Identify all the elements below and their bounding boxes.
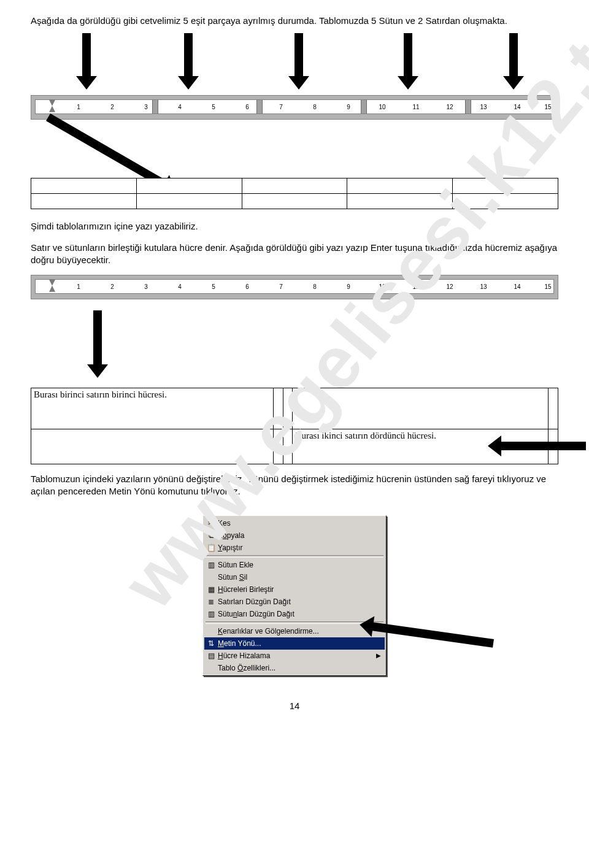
table-cell: Burası birinci satırın birinci hücresi. (31, 388, 274, 429)
paragraph-1: Aşağıda da görüldüğü gibi cetvelimiz 5 e… (31, 15, 558, 27)
ruler-tick: 10 (379, 280, 385, 293)
ruler-tick: 9 (345, 280, 352, 293)
ruler-tick: 15 (545, 100, 551, 113)
cell-alignment-icon: ▤ (204, 651, 218, 660)
ruler-tick: 11 (413, 280, 419, 293)
indent-marker-icon: ▾▴ (49, 99, 55, 111)
arrow-left-icon (500, 442, 586, 450)
ruler-tick: 1 (75, 100, 82, 113)
arrow-left-icon (371, 622, 494, 648)
ruler-tick: 9 (345, 100, 352, 113)
ruler-tick: 6 (244, 280, 250, 293)
distribute-rows-icon: ≣ (204, 597, 218, 606)
menu-item-text-direction[interactable]: ⇅ Metin Yönü... Metin Yönü... (204, 637, 385, 650)
menu-item-insert-column[interactable]: ▥ Sütun Ekle (204, 559, 385, 571)
ruler-tick: 11 (413, 100, 419, 113)
scissors-icon: ✂ (204, 519, 218, 528)
ruler-tick: 1 (75, 280, 82, 293)
arrow-down-icon (82, 33, 91, 77)
indent-marker-icon: ▾▴ (49, 278, 55, 291)
ruler-tick: 8 (312, 100, 318, 113)
ruler-tick: 2 (109, 100, 115, 113)
ruler-tick: 15 (545, 280, 551, 293)
menu-item-table-properties[interactable]: Tablo Özellikleri... Tablo Özellikleri..… (204, 662, 385, 674)
ruler-2: ▾▴ 1 2 3 4 5 6 7 8 9 10 11 12 13 14 15 (31, 275, 558, 299)
menu-item-copy[interactable]: ⧉ Kopyala Kopyala (204, 529, 385, 542)
distribute-columns-icon: ▥ (204, 610, 218, 618)
menu-label: Sütun Ekle (218, 561, 385, 569)
arrow-down-icon (93, 310, 102, 366)
menu-separator (206, 555, 383, 558)
empty-table-1 (31, 178, 558, 209)
menu-item-delete-column[interactable]: Sütun Sil Sütun Sil (204, 571, 385, 583)
ruler-tick: 6 (244, 100, 250, 113)
ruler-tick: 14 (514, 100, 520, 113)
merge-cells-icon: ▦ (204, 585, 218, 594)
column-divider-icon (361, 100, 367, 113)
submenu-arrow-icon: ▶ (376, 652, 381, 659)
ruler-tick: 5 (210, 100, 217, 113)
menu-item-distribute-rows[interactable]: ≣ Satırları Düzgün Dağıt (204, 596, 385, 608)
ruler-tick: 14 (514, 280, 520, 293)
page-number: 14 (31, 701, 558, 711)
menu-item-merge-cells[interactable]: ▦ Hücreleri Birleştir Hücreleri Birleşti… (204, 583, 385, 596)
ruler-tick: 4 (177, 100, 183, 113)
ruler-tick: 3 (143, 100, 149, 113)
ruler-tick: 12 (447, 280, 453, 293)
column-divider-icon (465, 100, 471, 113)
arrows-row-1 (31, 33, 558, 91)
arrow-diagonal-icon (46, 113, 167, 188)
copy-icon: ⧉ (204, 531, 218, 540)
arrow-down-icon (184, 33, 193, 77)
paste-icon: 📋 (204, 543, 218, 552)
ruler-tick: 13 (480, 280, 487, 293)
arrow-down-icon (404, 33, 412, 77)
paragraph-4: Tablomuzun içindeki yazıların yönünü değ… (31, 473, 558, 498)
menu-item-borders-shading[interactable]: Kenarlıklar ve Gölgelendirme... Kenarlık… (204, 625, 385, 637)
ruler-tick: 8 (312, 280, 318, 293)
paragraph-3: Satır ve sütunların birleştiği kutulara … (31, 242, 558, 267)
ruler-tick: 3 (143, 280, 149, 293)
sample-table-2: Burası birinci satırın birinci hücresi. … (31, 388, 558, 464)
arrow-down-icon (294, 33, 303, 77)
menu-item-cell-alignment[interactable]: ▤ Hücre Hizalama ▶ Hücre Hizalama (204, 650, 385, 662)
text-direction-icon: ⇅ (204, 639, 218, 648)
ruler-tick: 2 (109, 280, 115, 293)
ruler-tick: 13 (480, 100, 487, 113)
ruler-tick: 5 (210, 280, 217, 293)
ruler-1: ▾▴ 1 2 3 4 5 6 7 8 9 10 11 12 13 14 15 (31, 95, 558, 120)
ruler-tick: 7 (278, 280, 284, 293)
column-divider-icon (256, 100, 263, 113)
menu-item-cut[interactable]: ✂ KKeses (204, 517, 385, 529)
ruler-tick: 10 (379, 100, 385, 113)
menu-separator (206, 621, 383, 624)
column-divider-icon (152, 100, 158, 113)
menu-item-paste[interactable]: 📋 Yapıştır Yapıştır (204, 542, 385, 554)
ruler-tick: 4 (177, 280, 183, 293)
context-menu: ✂ KKeses ⧉ Kopyala Kopyala 📋 Yapıştır Ya… (202, 515, 387, 676)
ruler-tick: 12 (447, 100, 453, 113)
paragraph-2: Şimdi tablolarımızın içine yazı yazabili… (31, 220, 558, 232)
ruler-tick: 7 (278, 100, 284, 113)
insert-column-icon: ▥ (204, 561, 218, 569)
menu-item-distribute-columns[interactable]: ▥ Sütunları Düzgün Dağıt Sütunları Düzgü… (204, 608, 385, 620)
menu-label: Satırları Düzgün Dağıt (218, 597, 385, 606)
arrow-down-icon (509, 33, 518, 77)
